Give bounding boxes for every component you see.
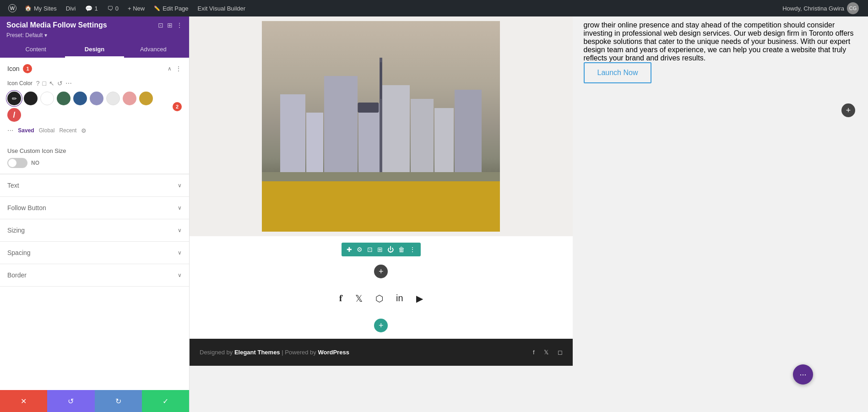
desktop-icon[interactable]: □ <box>43 80 46 87</box>
divi-button[interactable]: Divi <box>61 0 81 16</box>
panel-header: Social Media Follow Settings ⊡ ⊞ ⋮ Prese… <box>0 16 189 58</box>
custom-size-toggle[interactable] <box>7 158 27 168</box>
save-button[interactable]: ✓ <box>142 390 189 412</box>
color-tab-recent[interactable]: Recent <box>59 127 76 134</box>
module-settings-icon[interactable]: ⚙ <box>355 245 364 254</box>
redo-button[interactable]: ↻ <box>95 390 142 412</box>
reset-icon[interactable]: ↺ <box>57 80 63 87</box>
panel-footer: ✕ ↺ ↻ ✓ <box>0 390 189 412</box>
color-badge-2: 2 <box>173 102 182 111</box>
module-more-icon[interactable]: ⋮ <box>408 245 417 254</box>
help-icon[interactable]: ? <box>36 80 40 87</box>
color-tab-global[interactable]: Global <box>39 127 55 134</box>
spacing-section: Spacing ∨ <box>0 242 189 264</box>
border-section: Border ∨ <box>0 264 189 287</box>
text-section: Text ∨ <box>0 174 189 197</box>
swatch-darkblue[interactable] <box>73 92 87 105</box>
module-power-icon[interactable]: ⏻ <box>386 245 395 254</box>
add-module-above[interactable]: + <box>374 265 388 278</box>
wp-logo-button[interactable]: W <box>5 0 20 16</box>
footer-social-icons: f 𝕏 ◻ <box>533 349 563 356</box>
swatch-darkgreen[interactable] <box>57 92 71 105</box>
admin-bar: W 🏠 My Sites Divi 💬 1 🗨 0 + New ✏️ Edit … <box>0 0 868 16</box>
social-module: ✚ ⚙ ⊡ ⊞ ⏻ 🗑 ⋮ + <box>190 236 573 339</box>
follow-button-chevron[interactable]: ∨ <box>178 205 182 211</box>
footer-facebook-icon[interactable]: f <box>533 349 535 356</box>
more-options-icon[interactable]: ⋮ <box>176 22 183 29</box>
my-sites-button[interactable]: 🏠 My Sites <box>20 0 61 16</box>
settings-panel: Social Media Follow Settings ⊡ ⊞ ⋮ Prese… <box>0 16 190 412</box>
youtube-icon[interactable]: ▶ <box>416 293 423 304</box>
panel-body: Icon 1 ∧ ⋮ Icon Color ? □ <box>0 58 189 390</box>
body-text: grow their online presence and stay ahea… <box>584 21 857 62</box>
comments2-button[interactable]: 🗨 0 <box>103 0 123 16</box>
preset-selector[interactable]: Preset: Default ▾ <box>6 32 183 38</box>
panel-tabs: Content Design Advanced <box>6 42 183 58</box>
edit-page-button[interactable]: ✏️ Edit Page <box>149 0 193 16</box>
color-settings-icon[interactable]: ⚙ <box>81 127 87 134</box>
right-column: grow their online presence and stay ahea… <box>573 16 868 412</box>
minimize-icon[interactable]: ⊡ <box>158 22 163 29</box>
tab-advanced[interactable]: Advanced <box>124 42 183 58</box>
follow-button-title: Follow Button <box>7 204 46 211</box>
swatch-lavender[interactable] <box>90 92 103 105</box>
icon-section-more[interactable]: ⋮ <box>175 65 182 72</box>
swatch-lightgray[interactable] <box>106 92 120 105</box>
swatch-red[interactable]: / <box>7 108 21 122</box>
twitter-icon[interactable]: 𝕏 <box>355 293 363 304</box>
sizing-header[interactable]: Sizing ∨ <box>0 219 189 241</box>
grid-icon[interactable]: ⊞ <box>167 22 173 29</box>
new-button[interactable]: + New <box>123 0 149 16</box>
tab-content[interactable]: Content <box>6 42 65 58</box>
cancel-button[interactable]: ✕ <box>0 390 47 412</box>
icon-section-header[interactable]: Icon 1 ∧ ⋮ <box>0 58 189 80</box>
module-trash-icon[interactable]: 🗑 <box>397 245 406 254</box>
comments-button[interactable]: 💬 1 <box>81 0 103 16</box>
more-swatches-icon[interactable]: ··· <box>7 126 13 135</box>
color-tab-saved[interactable]: Saved <box>18 127 34 134</box>
page-preview: ✚ ⚙ ⊡ ⊞ ⏻ 🗑 ⋮ + <box>190 16 868 412</box>
footer-instagram-icon[interactable]: ◻ <box>558 349 563 356</box>
sizing-section: Sizing ∨ <box>0 219 189 242</box>
facebook-icon[interactable]: 𝐟 <box>339 293 342 304</box>
icon-color-section: Icon Color ? □ ↖ ↺ ⋯ ✏ <box>0 80 189 142</box>
text-chevron[interactable]: ∨ <box>178 182 182 189</box>
launch-now-button[interactable]: Launch Now <box>584 62 652 83</box>
tab-design[interactable]: Design <box>65 42 124 58</box>
icon-section-title: Icon <box>7 65 19 72</box>
follow-button-header[interactable]: Follow Button ∨ <box>0 197 189 219</box>
site-footer: Designed by Elegant Themes | Powered by … <box>190 339 573 366</box>
swatch-pink[interactable] <box>123 92 136 105</box>
spacing-header[interactable]: Spacing ∨ <box>0 242 189 264</box>
add-row-right[interactable]: + <box>841 103 855 117</box>
undo-button[interactable]: ↺ <box>47 390 94 412</box>
follow-button-section: Follow Button ∨ <box>0 197 189 219</box>
center-column: ✚ ⚙ ⊡ ⊞ ⏻ 🗑 ⋮ + <box>190 16 573 412</box>
footer-twitter-icon[interactable]: 𝕏 <box>544 349 548 356</box>
instagram-icon[interactable]: ⬡ <box>375 293 383 304</box>
color-picker-swatch[interactable]: ✏ <box>7 92 21 105</box>
icon-section-chevron[interactable]: ∧ <box>168 65 172 72</box>
swatch-black[interactable] <box>24 92 38 105</box>
more-icon[interactable]: ⋯ <box>65 80 72 87</box>
spacing-chevron[interactable]: ∨ <box>178 249 182 256</box>
add-module-below[interactable]: + <box>374 319 388 332</box>
sizing-title: Sizing <box>7 227 25 234</box>
fab-button[interactable]: ··· <box>793 364 813 385</box>
avatar: CG <box>847 2 859 14</box>
arrow-icon[interactable]: ↖ <box>49 80 54 87</box>
footer-text: Designed by Elegant Themes | Powered by … <box>200 349 349 356</box>
linkedin-icon[interactable]: in <box>396 293 403 304</box>
border-header[interactable]: Border ∨ <box>0 264 189 286</box>
custom-icon-size-label: Use Custom Icon Size <box>7 147 182 154</box>
module-duplicate-icon[interactable]: ⊡ <box>366 245 374 254</box>
exit-visual-builder-button[interactable]: Exit Visual Builder <box>193 0 250 16</box>
module-grid-icon[interactable]: ⊞ <box>376 245 384 254</box>
swatch-gold[interactable] <box>139 92 153 105</box>
module-add-icon[interactable]: ✚ <box>345 245 353 254</box>
sizing-chevron[interactable]: ∨ <box>178 227 182 233</box>
border-chevron[interactable]: ∨ <box>178 272 182 278</box>
text-section-header[interactable]: Text ∨ <box>0 174 189 196</box>
swatch-white[interactable] <box>40 92 54 105</box>
icon-section: Icon 1 ∧ ⋮ Icon Color ? □ <box>0 58 189 174</box>
